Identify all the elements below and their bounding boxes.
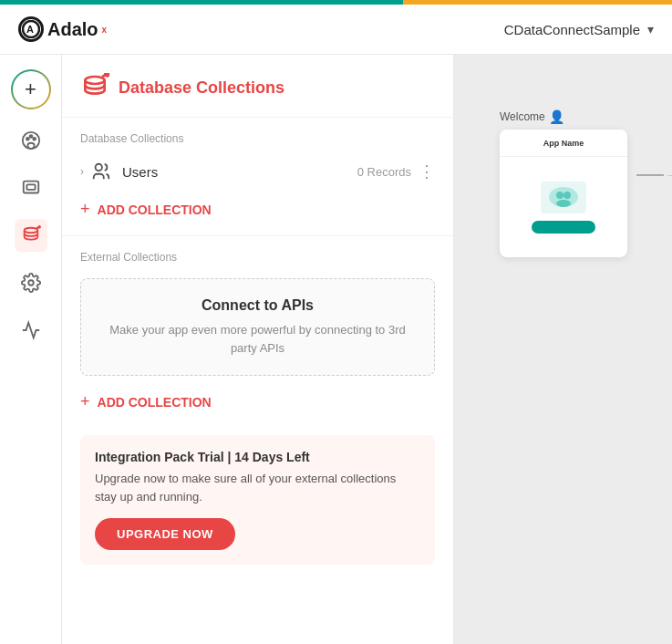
svg-point-18 — [563, 192, 571, 199]
sidebar: + — [0, 55, 62, 644]
canvas-area: Welcome 👤 App Name — [454, 55, 672, 644]
svg-point-15 — [96, 164, 102, 171]
header: A Adalox CDataConnectSample ▾ — [0, 5, 672, 55]
users-icon — [91, 161, 111, 182]
logo-x: x — [102, 25, 108, 35]
analytics-icon — [21, 320, 41, 340]
more-options-icon[interactable]: ⋮ — [419, 161, 435, 182]
palette-icon — [21, 130, 41, 151]
screen1-label: Welcome 👤 — [500, 109, 627, 124]
divider — [62, 235, 453, 236]
screen1-button — [532, 221, 595, 234]
logo-text: Adalo — [47, 19, 98, 40]
sidebar-item-theme[interactable] — [15, 124, 47, 157]
collection-name: Users — [122, 164, 350, 180]
api-card-desc: Make your app even more powerful by conn… — [99, 321, 416, 357]
screen1-illustration — [547, 185, 580, 209]
svg-point-3 — [26, 138, 28, 140]
sidebar-item-analytics[interactable] — [15, 314, 47, 347]
upgrade-now-button[interactable]: UPGRADE NOW — [95, 518, 235, 550]
add-button[interactable]: + — [11, 69, 51, 109]
api-card-title: Connect to APIs — [99, 297, 416, 314]
svg-point-10 — [37, 225, 41, 229]
screen1-top-bar: App Name — [500, 130, 627, 157]
app-name: CDataConnectSample — [504, 22, 640, 37]
records-count: 0 Records — [357, 165, 411, 179]
sidebar-item-database[interactable] — [15, 219, 47, 252]
svg-rect-6 — [23, 182, 38, 193]
api-connect-card: Connect to APIs Make your app even more … — [80, 278, 435, 376]
svg-rect-7 — [26, 184, 35, 190]
svg-point-17 — [556, 192, 563, 199]
screen1-card[interactable]: App Name — [500, 130, 627, 257]
svg-point-12 — [85, 77, 104, 84]
add-external-label: ADD COLLECTION — [98, 395, 212, 410]
main-layout: + — [0, 55, 672, 644]
add-plus-icon: + — [80, 200, 90, 219]
sidebar-item-screens[interactable] — [15, 171, 47, 204]
svg-point-11 — [28, 280, 34, 286]
settings-icon — [21, 273, 41, 293]
upgrade-title: Integration Pack Trial | 14 Days Left — [95, 450, 420, 464]
logo[interactable]: A Adalox — [18, 16, 107, 42]
arrow-line-h — [636, 174, 664, 176]
screen-label-icon: 👤 — [549, 109, 564, 124]
screen1-body — [500, 157, 627, 257]
arrow-right-icon: → — [666, 169, 672, 182]
screen1-image — [541, 182, 586, 213]
chevron-down-icon: ▾ — [647, 22, 654, 36]
panel-title: Database Collections — [119, 78, 284, 98]
plus-icon: + — [25, 78, 36, 101]
add-db-collection-button[interactable]: + ADD COLLECTION — [62, 191, 453, 228]
upgrade-banner: Integration Pack Trial | 14 Days Left Up… — [80, 435, 435, 565]
screen-arrow: → — [636, 169, 672, 182]
database-icon — [21, 225, 41, 245]
screen-welcome-preview: Welcome 👤 App Name — [500, 109, 627, 257]
svg-point-4 — [29, 135, 32, 138]
app-selector[interactable]: CDataConnectSample ▾ — [504, 22, 654, 37]
sidebar-item-settings[interactable] — [15, 266, 47, 299]
logo-icon: A — [18, 16, 44, 42]
svg-point-8 — [24, 228, 37, 234]
db-collections-label: Database Collections — [62, 118, 453, 152]
screens-icon — [21, 178, 41, 198]
add-collection-label: ADD COLLECTION — [98, 203, 212, 217]
upgrade-desc: Upgrade now to make sure all of your ext… — [95, 470, 420, 505]
external-collections-label: External Collections — [62, 244, 453, 271]
chevron-right-icon: › — [80, 165, 84, 178]
add-external-plus-icon: + — [80, 392, 90, 411]
svg-point-5 — [33, 138, 36, 140]
add-external-collection-button[interactable]: + ADD COLLECTION — [62, 383, 453, 421]
panel-header: Database Collections — [62, 55, 453, 118]
users-collection-row[interactable]: › Users 0 Records ⋮ — [62, 152, 453, 191]
svg-point-19 — [556, 200, 571, 207]
svg-text:A: A — [26, 24, 34, 35]
panel-db-icon — [80, 73, 109, 102]
panel: Database Collections Database Collection… — [62, 55, 454, 644]
